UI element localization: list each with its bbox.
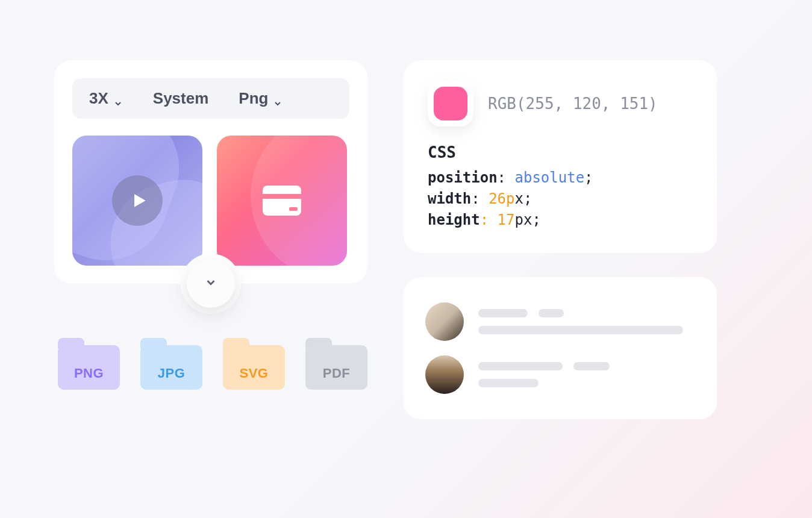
svg-rect-1	[263, 194, 301, 199]
system-label: System	[153, 89, 209, 108]
css-code-block: position: absolute; width: 26px; height:…	[428, 167, 693, 230]
card-thumbnail[interactable]	[217, 136, 347, 266]
color-swatch-frame	[428, 81, 473, 126]
user-row[interactable]	[425, 295, 695, 348]
play-icon	[112, 175, 163, 226]
folder-row: PNG JPG SVG PDF	[54, 338, 367, 390]
system-option[interactable]: System	[153, 89, 209, 108]
export-card: 3X System Png	[54, 60, 367, 284]
placeholder-lines	[478, 309, 695, 334]
format-label: Png	[239, 89, 268, 108]
scale-dropdown[interactable]: 3X	[89, 89, 123, 108]
avatar	[425, 355, 464, 394]
folder-label: SVG	[240, 366, 269, 381]
format-dropdown[interactable]: Png	[239, 89, 283, 108]
css-heading: CSS	[428, 143, 693, 161]
svg-rect-2	[289, 207, 298, 211]
folder-label: JPG	[158, 366, 186, 381]
credit-card-icon	[263, 186, 301, 216]
chevron-down-icon	[204, 276, 217, 292]
folder-label: PDF	[323, 366, 351, 381]
expand-button[interactable]	[187, 260, 235, 308]
svg-rect-0	[263, 186, 301, 216]
rgb-value: RGB(255, 120, 151)	[488, 95, 658, 113]
color-inspector-card: RGB(255, 120, 151) CSS position: absolut…	[404, 60, 717, 253]
user-row[interactable]	[425, 348, 695, 401]
css-line: width: 26px;	[428, 189, 693, 210]
css-line: height: 17px;	[428, 210, 693, 231]
chevron-down-icon	[113, 94, 123, 104]
folder-label: PNG	[74, 366, 104, 381]
video-thumbnail[interactable]	[72, 136, 202, 266]
thumbnail-row	[72, 136, 349, 266]
placeholder-lines	[478, 362, 695, 387]
folder-svg[interactable]: SVG	[223, 338, 285, 390]
folder-pdf[interactable]: PDF	[305, 338, 367, 390]
chevron-down-icon	[273, 94, 283, 104]
export-toolbar: 3X System Png	[72, 78, 349, 119]
users-card	[404, 277, 717, 419]
scale-label: 3X	[89, 89, 108, 108]
color-swatch[interactable]	[434, 87, 467, 120]
folder-png[interactable]: PNG	[58, 338, 120, 390]
avatar	[425, 302, 464, 341]
folder-jpg[interactable]: JPG	[140, 338, 202, 390]
css-line: position: absolute;	[428, 167, 693, 189]
